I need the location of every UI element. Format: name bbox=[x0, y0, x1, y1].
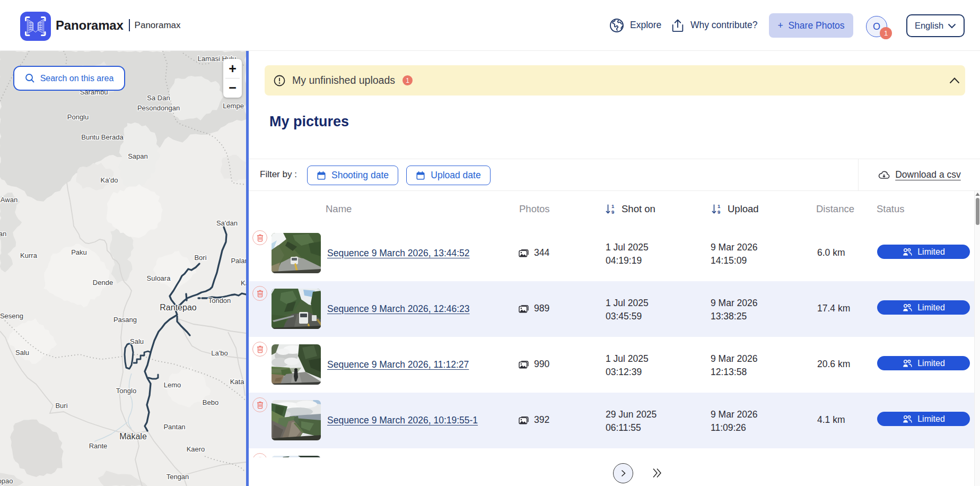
svg-text:Ka'do: Ka'do bbox=[101, 176, 118, 184]
svg-text:Awan: Awan bbox=[1, 196, 18, 204]
svg-text:Salu: Salu bbox=[130, 337, 144, 345]
svg-text:Bebo: Bebo bbox=[203, 398, 218, 406]
svg-text:1: 1 bbox=[611, 203, 615, 209]
svg-text:Makale: Makale bbox=[119, 432, 147, 441]
svg-text:Kata: Kata bbox=[230, 378, 245, 386]
svg-text:Dende: Dende bbox=[93, 279, 113, 287]
svg-text:Salu: Salu bbox=[15, 349, 29, 357]
svg-text:1: 1 bbox=[718, 203, 721, 209]
svg-text:Tengan: Tengan bbox=[167, 473, 189, 481]
svg-text:Suloara: Suloara bbox=[147, 274, 171, 282]
svg-text:Ka: Ka bbox=[241, 279, 246, 287]
svg-text:Pesondongan: Pesondongan bbox=[137, 104, 180, 112]
svg-text:Bori: Bori bbox=[194, 254, 206, 262]
svg-text:9: 9 bbox=[611, 209, 614, 215]
svg-text:an: an bbox=[0, 230, 6, 238]
svg-text:Sapan: Sapan bbox=[128, 152, 148, 160]
svg-text:Lempe: Lempe bbox=[223, 102, 244, 110]
svg-text:opao: opao bbox=[0, 477, 13, 485]
svg-text:Buri: Buri bbox=[55, 402, 67, 410]
svg-text:Sa'dan: Sa'dan bbox=[216, 219, 238, 227]
svg-text:Tondon: Tondon bbox=[208, 297, 231, 305]
svg-text:Pantan: Pantan bbox=[163, 423, 185, 431]
svg-text:9: 9 bbox=[718, 209, 720, 215]
svg-text:Kurra: Kurra bbox=[20, 251, 38, 259]
svg-text:Tonglo: Tonglo bbox=[116, 387, 136, 395]
svg-text:Palan: Palan bbox=[231, 257, 246, 265]
svg-text:Pasang: Pasang bbox=[113, 316, 137, 324]
svg-text:Rantepao: Rantepao bbox=[160, 303, 196, 312]
svg-text:Buntu Berada: Buntu Berada bbox=[81, 133, 124, 141]
svg-text:Paku: Paku bbox=[71, 248, 87, 256]
svg-text:Lemo: Lemo bbox=[164, 381, 181, 389]
svg-text:Seseng: Seseng bbox=[0, 312, 23, 320]
svg-text:Kaero: Kaero bbox=[187, 445, 205, 453]
svg-text:Ponglu: Ponglu bbox=[67, 113, 89, 121]
svg-text:La'bo: La'bo bbox=[211, 349, 228, 357]
svg-text:Rante: Rante bbox=[89, 442, 108, 450]
svg-text:Sa Dan: Sa Dan bbox=[147, 94, 170, 102]
